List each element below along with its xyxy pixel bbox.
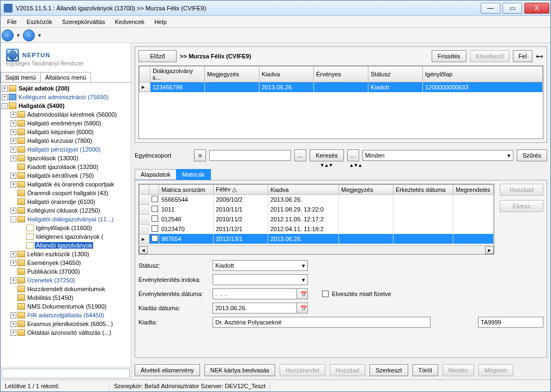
search-extra-button[interactable]: …	[347, 149, 359, 161]
grid2-col-2[interactable]: Matrica sorszám	[159, 185, 214, 195]
pin-icon[interactable]: ⊷	[536, 52, 543, 61]
search-lookup-button[interactable]: …	[294, 149, 306, 161]
delete-button[interactable]: Töröl	[413, 364, 438, 376]
tree-item[interactable]: +Igazolások (13000)	[2, 154, 130, 162]
menu-tools[interactable]: Eszközök	[22, 17, 57, 26]
hscroll-right-button[interactable]: ►	[485, 246, 494, 254]
tree-item[interactable]: Kiadott igazolások (13200)	[2, 162, 130, 171]
nav-forward-dropdown-icon[interactable]: ▼	[37, 33, 42, 38]
grid1-col-note[interactable]: Megjegyzés	[205, 67, 259, 82]
nav-tree[interactable]: +Saját adatok (200)+Kollégiumi adminiszt…	[1, 83, 131, 367]
tree-item[interactable]: +Hallgató pénzügyei (12000)	[2, 145, 130, 154]
minimize-button[interactable]: —	[481, 3, 500, 14]
tree-expander[interactable]: +	[2, 94, 8, 100]
status-select[interactable]: Kiadott▾	[213, 260, 308, 271]
grid2-col-1[interactable]	[149, 185, 159, 195]
invalidation-reason-select[interactable]: ▾	[213, 274, 308, 285]
filter-scope-select[interactable]: Minden▾	[362, 150, 513, 161]
close-button[interactable]: X	[524, 3, 549, 14]
tree-expander[interactable]: +	[2, 86, 8, 92]
tree-expander[interactable]: +	[10, 120, 16, 126]
sidetab-general-menu[interactable]: Általános menü	[40, 72, 92, 82]
row-checkbox[interactable]	[152, 225, 158, 232]
grid2-row[interactable]: 10112010/11/12011.08.29. 13:22:0	[140, 204, 494, 214]
grid2-row[interactable]: 01234702011/12/12012.04.11. 11:18:2	[140, 224, 494, 234]
tree-item[interactable]: -Hallgatói diákigazolványai (11...)	[2, 215, 130, 224]
grid1-col-reqform[interactable]: Igénylőlap	[423, 67, 543, 82]
tree-expander[interactable]: +	[10, 182, 16, 188]
tree-item[interactable]: +Események (34650)	[2, 258, 130, 267]
menu-help[interactable]: Help	[150, 17, 171, 26]
tree-expander[interactable]: +	[10, 147, 16, 153]
tree-item[interactable]: +Üzenetek (37250)	[2, 276, 130, 285]
tree-expander[interactable]: +	[10, 278, 16, 284]
nav-back-dropdown-icon[interactable]: ▼	[16, 33, 21, 38]
sidetab-own-menu[interactable]: Saját menü	[1, 72, 41, 82]
receipt-button[interactable]: Átvételi elismervény	[135, 364, 200, 376]
tree-expander[interactable]: -	[2, 103, 8, 109]
tree-expander[interactable]: +	[10, 312, 16, 318]
filter-button[interactable]: Szűrés	[517, 149, 547, 161]
grid1-row[interactable]: ▸ 123456798 2013.06.26. Kiadott 12000000…	[140, 82, 543, 92]
hscroll-left-button[interactable]: ◄	[139, 246, 148, 254]
grid-idcards[interactable]: Diákigazolvány s... Megjegyzés Kiadva Ér…	[138, 65, 543, 139]
tree-item[interactable]: NMS Dokumentumok (51900)	[2, 302, 130, 311]
grid1-col-issued[interactable]: Kiadva	[259, 67, 314, 82]
tree-item[interactable]: +Hallgatók és órarendi csoportjaik	[2, 180, 130, 189]
grid2-col-7[interactable]: Megrendelés	[453, 185, 494, 195]
tree-item[interactable]: Igénylőlapok (11600)	[2, 224, 130, 232]
issue-date-picker-button[interactable]: 📅	[297, 303, 308, 313]
grid2-row[interactable]: ▸9876542012/13/12013.06.26.	[140, 234, 494, 244]
prev-button[interactable]: Előző	[138, 50, 177, 62]
tree-item[interactable]: Ideiglenes igazolványok (	[2, 232, 130, 241]
tree-item[interactable]: +Hallgató eredményei (5800)	[2, 119, 130, 128]
tree-item[interactable]: Hozzárendelt dokumentumok	[2, 285, 130, 293]
tree-expander[interactable]: +	[10, 138, 16, 144]
tree-item[interactable]: +Erasmus jelentkezések (6805...)	[2, 319, 130, 328]
issuer-name-input[interactable]	[213, 317, 431, 328]
grid2-col-0[interactable]	[140, 185, 149, 195]
grid2-col-3[interactable]: Félév △	[214, 185, 268, 195]
issuer-code-input[interactable]	[478, 317, 543, 328]
tree-expander[interactable]: +	[10, 173, 16, 179]
row-checkbox[interactable]	[152, 215, 158, 222]
grid2-col-6[interactable]: Érkeztetés dátuma	[393, 185, 453, 195]
tree-item[interactable]: Órarendi csoport hallgatói (43)	[2, 189, 130, 197]
tree-item[interactable]: +Kollégiumi adminisztráció (75650)	[2, 93, 130, 101]
menu-rolechange[interactable]: Szerepkörváltás	[58, 17, 110, 26]
grid1-col-valid[interactable]: Érvényes	[314, 67, 368, 82]
tree-expander[interactable]: +	[10, 208, 16, 214]
row-checkbox[interactable]	[152, 235, 158, 242]
tree-expander[interactable]: +	[10, 260, 16, 266]
maximize-button[interactable]: ▭	[502, 3, 522, 14]
row-checkbox[interactable]	[152, 206, 158, 212]
grid2-col-4[interactable]: Kiadva	[268, 185, 339, 195]
tree-item[interactable]: Hallgató órarendje (6100)	[2, 197, 130, 206]
tree-item[interactable]: +FIR adatszolgáltatás (64450)	[2, 311, 130, 319]
invalidation-date-picker-button[interactable]: 📅	[297, 288, 308, 299]
tree-item[interactable]: Állandó igazolványok	[2, 241, 130, 250]
tree-expander[interactable]: -	[10, 216, 16, 222]
menu-file[interactable]: File	[3, 17, 21, 26]
tree-item[interactable]: Publikációk (37000)	[2, 267, 130, 276]
search-button[interactable]: Keresés	[310, 149, 343, 161]
tree-item[interactable]: +Hallgató képzései (6000)	[2, 128, 130, 136]
tree-expander[interactable]: +	[10, 155, 16, 161]
tree-item[interactable]: +Adatmódosítási kérelmek (56000)	[2, 110, 130, 119]
tree-item[interactable]: +Kollégiumi ciklusok (12250)	[2, 206, 130, 215]
grid2-row[interactable]: 556655442009/10/22013.06.26.	[140, 195, 494, 205]
grid-stickers[interactable]: Matrica sorszámFélév △KiadvaMegjegyzésÉr…	[138, 184, 494, 255]
invalidation-date-input[interactable]	[213, 288, 297, 299]
tree-item[interactable]: Mobilitás (51450)	[2, 293, 130, 302]
tab-basic-data[interactable]: Alapadatok	[135, 169, 177, 180]
loss-paid-checkbox[interactable]	[322, 291, 329, 297]
tree-expander[interactable]: +	[10, 330, 16, 336]
nek-read-button[interactable]: NEK kártya beolvasás	[204, 364, 275, 376]
tab-stickers[interactable]: Matricák	[176, 169, 211, 180]
refresh-button[interactable]: Frissítés	[432, 50, 467, 62]
splitter-toggle[interactable]: ▼▲▼▲▼▲	[131, 162, 550, 168]
menu-favorites[interactable]: Kedvencek	[111, 17, 149, 26]
tree-expander[interactable]: +	[10, 129, 16, 135]
tree-item[interactable]: +Hallgató kurzusai (7800)	[2, 136, 130, 145]
issue-date-input[interactable]	[213, 303, 297, 313]
